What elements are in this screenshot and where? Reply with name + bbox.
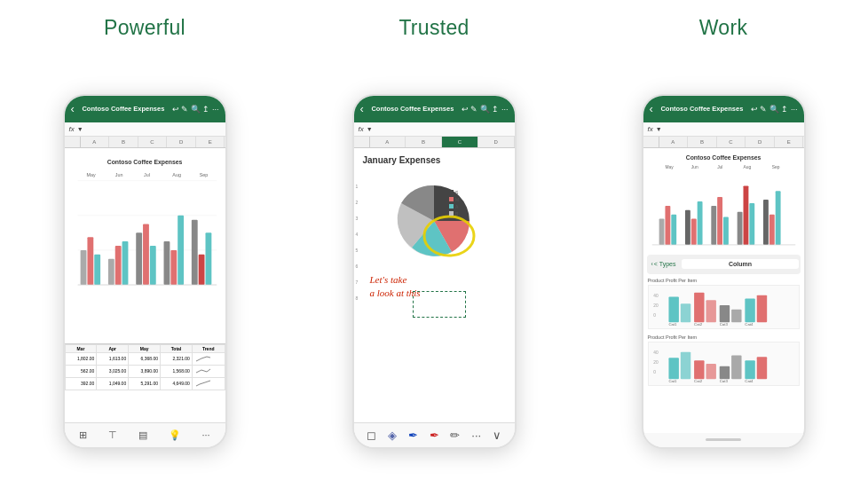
row-num-4: 4: [356, 232, 359, 237]
panel-trusted: Trusted ‹ Contoso Coffee Expenses ↩ ✎ 🔍 …: [289, 0, 579, 488]
svg-rect-10: [80, 249, 86, 284]
svg-text:Aug: Aug: [172, 171, 181, 177]
toolbar-icon-table[interactable]: ▤: [138, 429, 147, 441]
col-h-A3: A: [659, 137, 689, 147]
bar-chart-svg-1: Contoso Coffee Expenses May Jun Jul Aug …: [65, 148, 225, 343]
svg-rect-80: [719, 366, 729, 378]
types-chevron-icon: ‹: [651, 261, 653, 267]
toolbar-icon-filter[interactable]: ⊤: [108, 429, 117, 441]
svg-text:Jul: Jul: [717, 164, 722, 169]
back-icon-1[interactable]: ‹: [71, 102, 75, 115]
svg-rect-24: [205, 232, 211, 285]
draw-eraser-icon[interactable]: ◈: [388, 429, 397, 442]
svg-rect-67: [745, 298, 754, 322]
fx-label-2: fx: [359, 125, 364, 133]
td-3-1: 392.00: [65, 377, 97, 390]
td-3-4: 4,649.00: [161, 377, 193, 390]
draw-more-icon[interactable]: ···: [471, 429, 481, 442]
svg-rect-62: [680, 303, 690, 322]
toolbar-icon-bulb[interactable]: 💡: [169, 429, 181, 441]
svg-rect-77: [680, 351, 690, 379]
fx-content-3: ▼: [656, 126, 662, 132]
svg-rect-53: [749, 202, 754, 244]
col-h-B2: B: [406, 137, 442, 147]
svg-rect-50: [723, 216, 729, 244]
phone-trusted: ‹ Contoso Coffee Expenses ↩ ✎ 🔍 ↥ ··· fx…: [352, 94, 517, 449]
svg-rect-42: [659, 218, 664, 244]
draw-pen1-icon[interactable]: ✒: [408, 429, 418, 442]
toolbar-icon-grid[interactable]: ⊞: [79, 429, 87, 441]
svg-rect-28: [449, 190, 454, 194]
svg-text:20: 20: [653, 303, 659, 308]
col-h-C2: C: [442, 137, 478, 147]
toolbar-icon-more[interactable]: ···: [201, 429, 209, 440]
td-1-5: [192, 352, 225, 365]
types-button[interactable]: ‹ < Types: [647, 261, 681, 267]
back-icon-3[interactable]: ‹: [650, 102, 653, 115]
back-icon-2[interactable]: ‹: [360, 102, 364, 115]
svg-text:Jun: Jun: [114, 171, 122, 177]
svg-rect-44: [671, 214, 676, 244]
svg-rect-19: [163, 241, 170, 285]
row-num-2: 2: [356, 200, 359, 205]
fx-label-3: fx: [648, 125, 653, 133]
td-1-4: 2,321.00: [161, 352, 193, 365]
gallery-chart-1: 40 20 0: [648, 285, 800, 329]
svg-text:Cat2: Cat2: [694, 322, 703, 326]
col-h-B1: B: [109, 137, 138, 147]
svg-rect-64: [706, 300, 715, 322]
draw-pen2-icon[interactable]: ✒: [430, 429, 439, 442]
svg-rect-43: [665, 205, 670, 244]
th-apr: Apr: [97, 344, 129, 352]
svg-rect-21: [178, 215, 184, 284]
home-bar: [706, 438, 741, 441]
td-2-4: 1,568.00: [161, 365, 193, 377]
svg-rect-52: [743, 185, 748, 245]
gallery-chart-2: 40 20 0: [648, 342, 800, 386]
draw-chevron-icon[interactable]: ∨: [493, 429, 501, 442]
td-2-1: 562.00: [65, 365, 97, 377]
draw-select-icon[interactable]: ◻: [367, 429, 376, 442]
phone-trusted-wrapper: ‹ Contoso Coffee Expenses ↩ ✎ 🔍 ↥ ··· fx…: [289, 54, 579, 488]
excel-topbar-3: ‹ Contoso Coffee Expenses ↩ ✎ 🔍 ↥ ···: [643, 96, 804, 122]
svg-rect-66: [731, 309, 741, 321]
home-indicator-3: [643, 433, 804, 447]
panel-powerful: Powerful ‹ Contoso Coffee Expenses ↩ ✎ 🔍…: [0, 0, 289, 488]
top-icons-2: ↩ ✎ 🔍 ↥ ···: [462, 105, 509, 114]
th-total: Total: [161, 344, 193, 352]
draw-pencil-icon[interactable]: ✏: [450, 429, 460, 442]
svg-text:Cat4: Cat4: [745, 322, 754, 326]
col-h-B3: B: [688, 137, 717, 147]
bottom-toolbar-1: ⊞ ⊤ ▤ 💡 ···: [65, 422, 225, 447]
file-title-2: Contoso Coffee Expenses: [367, 105, 458, 113]
gallery-item-1: Product Profit Per Item 40 20 0: [648, 278, 800, 329]
fx-content-1: ▼: [77, 126, 83, 132]
pie-chart-title: January Expenses: [359, 155, 509, 165]
grid-header-1: A B C D E: [65, 137, 225, 148]
panel-trusted-title: Trusted: [398, 16, 469, 40]
fx-bar-1: fx ▼: [65, 122, 225, 137]
chart-type-selector: ‹ < Types Column: [647, 255, 801, 274]
gallery-svg-2: 40 20 0: [651, 345, 796, 382]
chart-gallery: Product Profit Per Item 40 20 0: [643, 278, 804, 433]
col-h-C3: C: [717, 137, 746, 147]
pie-chart-svg: S M A B: [385, 172, 483, 270]
svg-text:Jun: Jun: [690, 164, 698, 169]
row-num-5: 5: [356, 248, 359, 253]
chart-container-2: January Expenses: [354, 148, 515, 322]
bar-chart-svg-3: Contoso Coffee Expenses May Jun Jul Aug …: [643, 148, 804, 255]
col-h-C1: C: [138, 137, 168, 147]
svg-rect-18: [149, 246, 155, 285]
phone-work-wrapper: ‹ Contoso Coffee Expenses ↩ ✎ 🔍 ↥ ··· fx…: [579, 54, 868, 488]
row-num-3: 3: [356, 216, 359, 221]
svg-rect-61: [668, 296, 678, 322]
col-h-A2: A: [370, 137, 406, 147]
svg-rect-68: [756, 295, 766, 322]
row-num-col-2: [354, 137, 370, 147]
svg-text:Contoso Coffee Expenses: Contoso Coffee Expenses: [107, 159, 182, 166]
svg-rect-46: [690, 218, 696, 244]
svg-text:May: May: [86, 171, 95, 177]
td-3-5: [192, 377, 225, 390]
column-button[interactable]: Column: [682, 259, 798, 269]
grid-header-2: A B C D: [354, 137, 515, 148]
